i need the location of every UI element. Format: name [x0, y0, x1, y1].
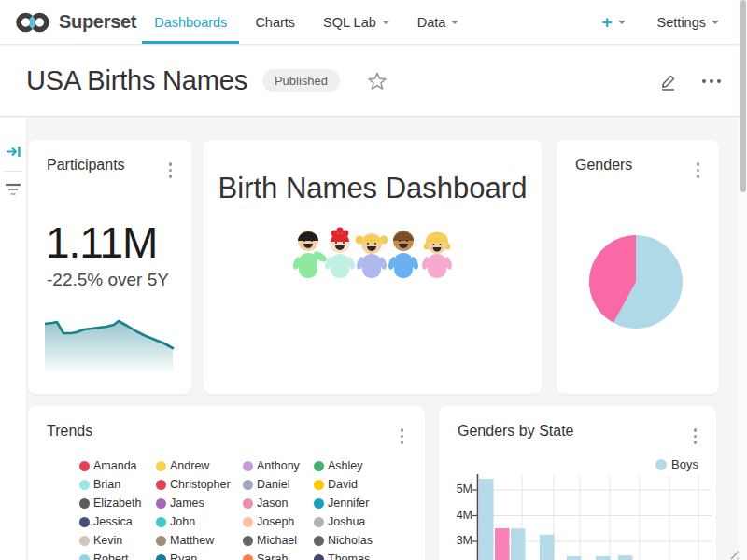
- dashboard-header: USA Births Names Published: [0, 46, 747, 117]
- chart-menu-icon[interactable]: [398, 426, 407, 447]
- legend-item[interactable]: Thomas: [314, 553, 416, 560]
- legend-dot: [156, 480, 166, 490]
- legend-dot: [79, 480, 90, 490]
- legend-dot: [156, 536, 166, 546]
- legend-item[interactable]: Nicholas: [314, 535, 416, 546]
- legend-item[interactable]: Ashley: [314, 460, 416, 471]
- legend-item-boys[interactable]: Boys: [655, 457, 698, 471]
- legend-label: Christopher: [170, 478, 231, 491]
- legend-dot: [314, 536, 324, 546]
- participants-sparkline-chart: [45, 317, 176, 371]
- main-nav: Dashboards Charts SQL Lab Data: [140, 0, 472, 44]
- superset-app: Superset Dashboards Charts SQL Lab Data …: [0, 0, 747, 560]
- legend-dot: [79, 536, 90, 546]
- nav-item-charts[interactable]: Charts: [241, 0, 309, 44]
- legend-dot: [314, 480, 324, 490]
- legend-item[interactable]: Jessica: [79, 516, 156, 527]
- legend-item[interactable]: Jennifer: [314, 497, 416, 509]
- published-badge[interactable]: Published: [262, 69, 340, 92]
- legend-dot: [314, 461, 324, 471]
- scrollbar-thumb[interactable]: [740, 0, 746, 192]
- legend-dot: [243, 536, 253, 546]
- legend-label: Joseph: [257, 515, 294, 528]
- big-number-subheader: -22.5% over 5Y: [47, 270, 169, 290]
- expand-filter-bar-icon[interactable]: [6, 144, 21, 160]
- card-trends: Trends AmandaAndrewAnthonyAshleyBrianChr…: [28, 406, 425, 560]
- nav-item-data[interactable]: Data: [403, 0, 473, 44]
- chevron-down-icon: [382, 21, 389, 24]
- chart-menu-icon[interactable]: [694, 160, 703, 181]
- legend-item[interactable]: Robert: [79, 553, 156, 560]
- children-illustration: [293, 224, 452, 284]
- chevron-down-icon: [618, 21, 626, 24]
- legend-label: Jason: [257, 497, 288, 510]
- settings-menu[interactable]: Settings: [657, 15, 719, 30]
- legend-item[interactable]: Sarah: [243, 553, 314, 560]
- trends-legend: AmandaAndrewAnthonyAshleyBrianChristophe…: [79, 460, 416, 560]
- legend-item[interactable]: Andrew: [156, 460, 243, 471]
- legend-label: Michael: [257, 534, 297, 547]
- legend-dot: [79, 517, 90, 527]
- edit-icon[interactable]: [659, 71, 678, 91]
- legend-dot: [243, 480, 253, 490]
- legend-item[interactable]: Joseph: [243, 516, 314, 527]
- legend-dot: [314, 517, 324, 527]
- filter-bar-collapsed: [0, 118, 27, 560]
- legend-item[interactable]: Jason: [243, 497, 314, 509]
- legend-item[interactable]: Elizabeth: [79, 497, 156, 509]
- legend-item[interactable]: David: [314, 479, 416, 490]
- more-menu-icon[interactable]: [698, 76, 725, 87]
- legend-item[interactable]: Brian: [79, 479, 156, 490]
- chart-title: Trends: [47, 423, 92, 440]
- legend-item[interactable]: Amanda: [79, 460, 156, 471]
- brand-name: Superset: [59, 11, 136, 33]
- page-title: USA Births Names: [26, 65, 247, 96]
- superset-logo-icon: [13, 9, 52, 35]
- chart-menu-icon[interactable]: [166, 160, 176, 181]
- card-markdown-header: Birth Names Dashboard: [204, 140, 542, 394]
- legend-label: Elizabeth: [93, 497, 141, 510]
- legend-label: Joshua: [328, 515, 365, 528]
- nav-right: + Settings: [601, 0, 747, 44]
- legend-label: Thomas: [328, 553, 370, 560]
- legend-label: James: [170, 497, 204, 510]
- legend-dot: [243, 461, 253, 471]
- nav-item-dashboards[interactable]: Dashboards: [140, 0, 241, 44]
- legend-dot: [156, 498, 166, 509]
- top-navbar: Superset Dashboards Charts SQL Lab Data …: [0, 0, 747, 45]
- legend-item[interactable]: Christopher: [156, 479, 243, 490]
- legend-item[interactable]: James: [156, 497, 243, 509]
- legend-dot: [156, 461, 166, 471]
- legend-item[interactable]: Joshua: [314, 516, 416, 527]
- legend-item[interactable]: Kevin: [79, 535, 156, 546]
- genders-pie-chart: [586, 232, 685, 331]
- brand[interactable]: Superset: [0, 0, 136, 44]
- chart-title: Genders by State: [458, 423, 574, 440]
- legend-label: Kevin: [93, 534, 122, 547]
- legend-dot: [156, 517, 166, 527]
- new-item-button[interactable]: +: [601, 13, 625, 31]
- legend-label: Boys: [671, 457, 698, 471]
- legend-item[interactable]: Matthew: [156, 535, 243, 546]
- chart-title: Participants: [47, 157, 125, 174]
- card-genders-by-state: Genders by State Boys 5M4M3M: [439, 406, 716, 560]
- favorite-star-icon[interactable]: [366, 70, 388, 92]
- legend-dot: [243, 554, 253, 560]
- legend-dot: [79, 461, 90, 471]
- nav-item-sql-lab[interactable]: SQL Lab: [309, 0, 403, 44]
- legend-item[interactable]: Ryan: [156, 553, 243, 560]
- chart-title: Genders: [575, 157, 632, 174]
- legend-label: Brian: [93, 478, 120, 491]
- legend-item[interactable]: Daniel: [243, 479, 314, 490]
- card-genders: Genders: [557, 140, 719, 394]
- chart-menu-icon[interactable]: [691, 426, 700, 447]
- legend-dot: [79, 498, 90, 509]
- legend-dot: [79, 554, 90, 560]
- legend-item[interactable]: John: [156, 516, 243, 527]
- legend-item[interactable]: Anthony: [243, 460, 314, 471]
- legend-label: Nicholas: [328, 534, 373, 547]
- legend-label: Robert: [93, 553, 129, 560]
- legend-dot: [243, 517, 253, 527]
- legend-dot: [655, 459, 667, 470]
- legend-item[interactable]: Michael: [243, 535, 314, 546]
